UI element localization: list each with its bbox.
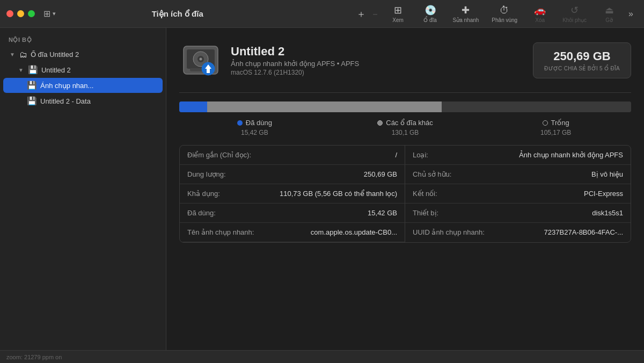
info-row-mount: Điểm gắn (Chỉ đọc): / (180, 146, 405, 165)
info-val-capacity: 250,69 GB (230, 170, 397, 178)
info-key-used: Đã dùng: (187, 209, 216, 217)
legend-value-other: 130,1 GB (330, 129, 481, 136)
go-button[interactable]: ⏏ Gỡ (594, 2, 624, 25)
sidebar-item-label: Untitled 2 (41, 66, 156, 74)
sidebar-item-untitled2[interactable]: ▼ 💾 Untitled 2 (3, 62, 163, 77)
info-key-connection: Kết nối: (413, 190, 437, 198)
disk-size-shared: ĐƯỢC CHIA SẺ BỞI 5 Ổ ĐĨA (544, 66, 620, 71)
drive-icon: 💾 (28, 65, 38, 75)
info-val-used: 15,42 GB (220, 209, 397, 217)
info-val-available: 110,73 GB (5,56 GB có thể thanh lọc) (224, 190, 397, 198)
disk-icon: 💿 (425, 4, 436, 16)
sidebar-item-untitled2data[interactable]: 💾 Untitled 2 - Data (3, 93, 163, 108)
toolbar-actions: ⊞ Xem 💿 Ổ đĩa ✚ Sửa nhanh ⏱ Phân vùng 🚗 … (383, 2, 625, 25)
info-val-owner: Bị vô hiệu (456, 170, 623, 178)
chevron-icon: ▼ (18, 67, 24, 73)
disk-icon-wrapper (179, 39, 222, 82)
svg-point-4 (200, 58, 202, 61)
info-row-available: Khả dụng: 110,73 GB (5,56 GB có thể than… (180, 184, 405, 204)
legend-value-free: 105,17 GB (480, 129, 631, 136)
legend-dot-row-used: Đã dùng (179, 119, 330, 127)
legend-value-used: 15,42 GB (179, 129, 330, 136)
xoa-button[interactable]: 🚗 Xóa (525, 2, 555, 25)
legend-dot-row-free: Trống (480, 119, 631, 127)
view-icon: ⊞ (394, 4, 402, 16)
storage-bar (179, 101, 631, 112)
legend-label-other: Các ổ đĩa khác (386, 119, 433, 127)
info-key-mount: Điểm gắn (Chỉ đọc): (187, 151, 251, 159)
disk-size-box: 250,69 GB ĐƯỢC CHIA SẺ BỞI 5 Ổ ĐĨA (533, 42, 631, 78)
info-row-device: Thiết bị: disk1s5s1 (405, 204, 631, 223)
info-row-type: Loại: Ảnh chụp nhanh khởi động APFS (405, 146, 631, 165)
info-key-snapname: Tên ảnh chụp nhanh: (187, 228, 254, 236)
o-dia-button[interactable]: 💿 Ổ đĩa (415, 2, 445, 25)
sua-nhanh-button[interactable]: ✚ Sửa nhanh (448, 2, 485, 25)
remove-icon[interactable]: － (370, 8, 380, 20)
info-row-used: Đã dùng: 15,42 GB (180, 204, 405, 223)
sidebar-item-label: Ảnh chụp nhan... (40, 82, 156, 90)
disk-macos: macOS 12.7.6 (21H1320) (231, 69, 524, 76)
bottom-status-text: zoom: 21279 ppm on (6, 354, 62, 360)
info-row-snapname: Tên ảnh chụp nhanh: com.apple.os.update-… (180, 223, 405, 242)
main-layout: Nội bộ ▼ 🗂 Ổ đĩa Untitled 2 ▼ 💾 Untitled… (0, 28, 644, 350)
info-row-connection: Kết nối: PCI-Express (405, 184, 631, 204)
info-key-type: Loại: (413, 151, 428, 159)
disk-icon-svg (179, 39, 222, 82)
sidebar-item-odiauntitled2[interactable]: ▼ 🗂 Ổ đĩa Untitled 2 (3, 47, 163, 62)
sidebar-item-label: Ổ đĩa Untitled 2 (31, 50, 156, 59)
disk-name: Untitled 2 (231, 45, 524, 59)
bar-other (207, 101, 442, 112)
info-val-device: disk1s5s1 (443, 209, 623, 217)
legend-dot-blue (237, 120, 243, 126)
info-val-snapuuid: 7237B27A-8B06-4FAC-... (489, 228, 623, 236)
app-title: Tiện ích ổ đĩa (2, 9, 353, 19)
sidebar-item-label: Untitled 2 - Data (40, 97, 156, 105)
info-row-snapuuid: UUID ảnh chụp nhanh: 7237B27A-8B06-4FAC-… (405, 223, 631, 242)
title-bar: ⊞ ▾ Tiện ích ổ đĩa ＋ － ⊞ Xem 💿 Ổ đĩa ✚ S… (0, 0, 644, 28)
erase-icon: 🚗 (534, 4, 546, 16)
data-drive-icon: 💾 (27, 96, 37, 106)
khoi-phuc-button[interactable]: ↺ Khôi phục (557, 2, 592, 25)
partition-icon: ⏱ (500, 5, 509, 16)
bar-free (442, 101, 631, 112)
info-val-snapname: com.apple.os.update-CB0... (258, 228, 397, 236)
info-val-mount: / (255, 151, 397, 159)
legend-dot-gray (377, 120, 383, 126)
info-val-connection: PCI-Express (442, 190, 623, 198)
more-icon[interactable]: » (624, 7, 638, 21)
chevron-icon: ▼ (10, 52, 15, 57)
unmount-icon: ⏏ (605, 4, 614, 16)
legend-free: Trống 105,17 GB (480, 119, 631, 136)
toolbar-add-remove: ＋ － (353, 5, 383, 23)
legend-dot-empty (543, 120, 548, 126)
bottom-bar: zoom: 21279 ppm on (0, 350, 644, 363)
legend-label-free: Trống (551, 119, 569, 127)
info-key-capacity: Dung lượng: (187, 170, 226, 178)
disk-size-number: 250,69 GB (544, 49, 620, 63)
legend-dot-row-other: Các ổ đĩa khác (330, 119, 481, 127)
content-area: Untitled 2 Ảnh chụp nhanh khởi động APFS… (166, 28, 644, 350)
storage-bar-container: Đã dùng 15,42 GB Các ổ đĩa khác 130,1 GB… (179, 101, 631, 136)
legend-used: Đã dùng 15,42 GB (179, 119, 330, 136)
info-row-capacity: Dung lượng: 250,69 GB (180, 165, 405, 184)
info-key-available: Khả dụng: (187, 190, 220, 198)
restore-icon: ↺ (570, 4, 579, 16)
legend-other: Các ổ đĩa khác 130,1 GB (330, 119, 481, 136)
add-icon[interactable]: ＋ (356, 8, 366, 20)
disk-subtitle: Ảnh chụp nhanh khởi động APFS • APFS (231, 60, 524, 68)
info-key-snapuuid: UUID ảnh chụp nhanh: (413, 228, 485, 236)
xem-button[interactable]: ⊞ Xem (383, 2, 413, 25)
sidebar-section-label: Nội bộ (0, 34, 166, 47)
sidebar-item-snapshot[interactable]: 💾 Ảnh chụp nhan... (3, 78, 163, 93)
info-row-owner: Chủ sở hữu: Bị vô hiệu (405, 165, 631, 184)
phan-vung-button[interactable]: ⏱ Phân vùng (486, 3, 523, 25)
bar-used (179, 101, 207, 112)
snapshot-icon: 💾 (27, 81, 37, 90)
info-val-type: Ảnh chụp nhanh khởi động APFS (433, 151, 623, 159)
info-key-device: Thiết bị: (413, 209, 438, 217)
disk-stack-icon: 🗂 (19, 50, 27, 59)
info-key-owner: Chủ sở hữu: (413, 170, 451, 178)
disk-header: Untitled 2 Ảnh chụp nhanh khởi động APFS… (179, 39, 631, 82)
sidebar: Nội bộ ▼ 🗂 Ổ đĩa Untitled 2 ▼ 💾 Untitled… (0, 28, 166, 350)
disk-info: Untitled 2 Ảnh chụp nhanh khởi động APFS… (231, 45, 524, 76)
